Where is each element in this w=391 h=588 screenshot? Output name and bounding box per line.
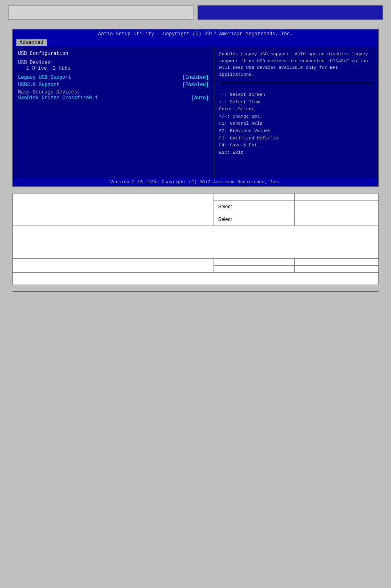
bottom-separator <box>12 291 379 292</box>
info-table: Select Select <box>12 193 379 285</box>
key-change-opt: +/-: Change Opt. <box>219 113 373 121</box>
bios-help-text: Enables Legacy USB support. AUTO option … <box>219 51 373 78</box>
usb-devices-label: USB Devices: <box>18 60 53 66</box>
top-header <box>0 0 391 25</box>
bios-section-title: USB Configuration <box>18 51 209 57</box>
table-cell-left-top <box>13 194 214 226</box>
bios-divider <box>219 83 373 83</box>
key-select-item: ↑↓: Select Item <box>219 99 373 106</box>
table-cell-right-5 <box>294 266 378 273</box>
bios-tab-advanced[interactable]: Advanced <box>16 39 47 46</box>
table-cell-right-2 <box>294 201 378 213</box>
bios-tab-bar: Advanced <box>13 39 378 47</box>
key-select-screen: →←: Select Screen <box>219 91 373 99</box>
bios-title: Aptio Setup Utility – Copyright (C) 2012… <box>13 30 378 39</box>
bios-row-usb3[interactable]: USB3.0 Support [Enabled] <box>18 82 209 88</box>
bios-mass-storage-label: Mass Storage Devices: <box>18 89 209 95</box>
usb3-label: USB3.0 Support <box>18 82 59 88</box>
header-right <box>198 5 383 20</box>
header-left <box>8 5 193 20</box>
table-section: Select Select <box>12 193 379 285</box>
table-cell-mid-2[interactable]: Select <box>214 201 294 213</box>
table-row-1 <box>13 194 379 201</box>
select-label-1: Select <box>218 204 232 210</box>
bios-left-panel: USB Configuration USB Devices: 1 Drive, … <box>13 47 214 178</box>
key-f4: F4: Save & Exit <box>219 142 373 149</box>
key-enter: Enter: Select <box>219 106 373 113</box>
bios-title-text: Aptio Setup Utility – Copyright (C) 2012… <box>98 31 293 37</box>
bios-usb-devices: USB Devices: 1 Drive, 2 Hubs <box>18 60 209 71</box>
bios-body: USB Configuration USB Devices: 1 Drive, … <box>13 47 378 178</box>
bios-row-sandisk[interactable]: SanDisk Cruzer Crossfire0.1 [Auto] <box>18 95 209 101</box>
legacy-usb-label: Legacy USB Support <box>18 75 71 80</box>
table-wide-cell-1 <box>13 226 379 259</box>
legacy-usb-value: [Enabled] <box>182 75 209 80</box>
bios-container: Aptio Setup Utility – Copyright (C) 2012… <box>12 29 379 187</box>
table-cell-mid-3[interactable]: Select <box>214 213 294 226</box>
table-row-wide-1 <box>13 226 379 259</box>
key-f3: F3: Optimized Defaults <box>219 135 373 142</box>
bios-footer-text: Version 2.15.1229. Copyright (C) 2012 Am… <box>110 180 281 185</box>
table-cell-right-3 <box>294 213 378 226</box>
key-f2: F2: Previous Values <box>219 128 373 135</box>
table-cell-right-4 <box>294 259 378 266</box>
usb3-value: [Enabled] <box>182 82 209 88</box>
select-label-2: Select <box>218 217 232 222</box>
bios-row-legacy-usb[interactable]: Legacy USB Support [Enabled] <box>18 75 209 80</box>
table-cell-mid-5 <box>214 266 294 273</box>
bios-right-panel: Enables Legacy USB support. AUTO option … <box>214 47 378 178</box>
key-esc: ESC: Exit <box>219 149 373 157</box>
table-cell-mid-1 <box>214 194 294 201</box>
key-f1: F1: General Help <box>219 120 373 128</box>
table-cell-right-1 <box>294 194 378 201</box>
table-cell-left-bottom <box>13 259 214 273</box>
sandisk-value: [Auto] <box>191 95 209 101</box>
bios-keys-section: →←: Select Screen ↑↓: Select Item Enter:… <box>219 91 373 156</box>
table-row-wide-2 <box>13 273 379 285</box>
table-row-4 <box>13 259 379 266</box>
table-wide-cell-2 <box>13 273 379 285</box>
table-cell-mid-4 <box>214 259 294 266</box>
sandisk-label: SanDisk Cruzer Crossfire0.1 <box>18 95 98 101</box>
bios-footer: Version 2.15.1229. Copyright (C) 2012 Am… <box>13 178 378 186</box>
usb-devices-value: 1 Drive, 2 Hubs <box>18 66 70 71</box>
